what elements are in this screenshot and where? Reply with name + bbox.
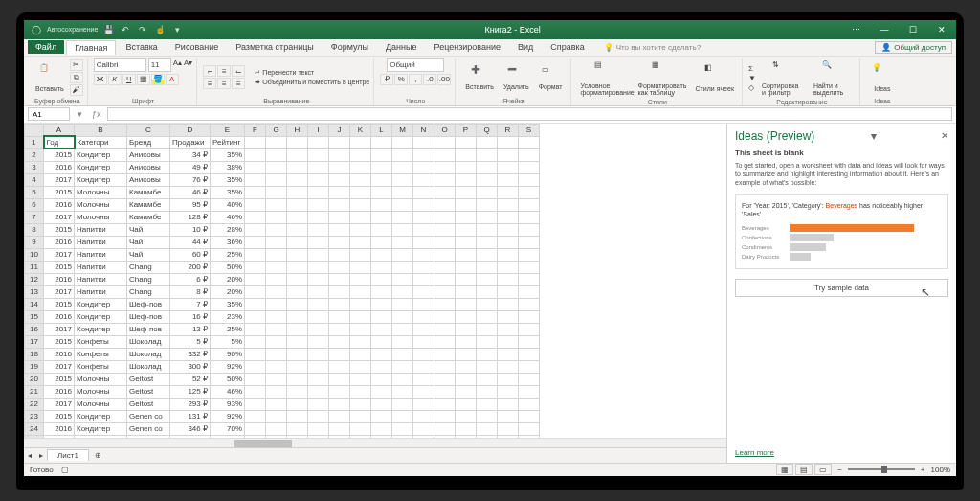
cell[interactable] <box>371 398 392 410</box>
cell[interactable] <box>498 398 519 410</box>
cell[interactable] <box>434 422 456 435</box>
cell[interactable] <box>371 273 392 285</box>
cell[interactable]: 2015 <box>44 373 75 385</box>
cell[interactable] <box>498 161 519 173</box>
cell[interactable]: Кондитер <box>75 161 127 173</box>
cell[interactable]: Шеф-пов <box>127 310 170 323</box>
cell[interactable]: 2015 <box>44 298 75 310</box>
cell[interactable] <box>266 211 287 223</box>
cell[interactable] <box>477 148 498 161</box>
column-header[interactable]: S <box>519 124 540 136</box>
cell[interactable] <box>287 385 308 398</box>
underline-button[interactable]: Ч <box>122 74 136 85</box>
cell[interactable] <box>350 360 371 373</box>
cell[interactable] <box>329 310 350 323</box>
ideas-pane-close[interactable]: ✕ <box>941 130 948 141</box>
cell[interactable] <box>287 310 308 323</box>
cell[interactable] <box>519 410 540 422</box>
ribbon-tab-справка[interactable]: Справка <box>543 40 591 54</box>
cell[interactable] <box>245 198 266 211</box>
cell[interactable] <box>392 173 413 186</box>
cell[interactable] <box>498 186 519 198</box>
cell[interactable] <box>245 373 266 385</box>
row-header[interactable]: 23 <box>25 410 44 422</box>
cell[interactable] <box>350 273 371 285</box>
clear-button[interactable]: ◇ <box>748 83 756 92</box>
column-header[interactable]: F <box>245 124 266 136</box>
cell[interactable] <box>371 173 392 186</box>
cell[interactable] <box>266 385 287 398</box>
cell[interactable] <box>308 223 329 236</box>
cell[interactable] <box>456 161 477 173</box>
cell[interactable] <box>434 348 456 360</box>
cell[interactable] <box>329 273 350 285</box>
paste-button[interactable]: 📋 Вставить <box>32 61 68 94</box>
cell[interactable] <box>350 261 371 273</box>
sort-filter-button[interactable]: ⇅Сортировка и фильтр <box>758 58 808 98</box>
cell[interactable] <box>434 161 456 173</box>
cell[interactable]: 8 ₽ <box>170 285 211 298</box>
cell[interactable] <box>413 136 434 148</box>
cell[interactable] <box>434 261 456 273</box>
cell[interactable] <box>519 298 540 310</box>
cell[interactable] <box>498 223 519 236</box>
cell[interactable] <box>413 223 434 236</box>
cell[interactable] <box>287 148 308 161</box>
cell[interactable]: 2017 <box>44 360 75 373</box>
row-header[interactable]: 14 <box>25 298 44 310</box>
cell[interactable]: 46% <box>211 385 245 398</box>
cell[interactable]: 44 ₽ <box>170 236 211 248</box>
cell[interactable] <box>308 186 329 198</box>
cell[interactable] <box>371 373 392 385</box>
cell[interactable] <box>329 161 350 173</box>
cell[interactable] <box>392 248 413 261</box>
cell[interactable] <box>266 422 287 435</box>
cell[interactable] <box>266 348 287 360</box>
cell[interactable]: Кондитер <box>75 173 127 186</box>
cell[interactable]: 36% <box>211 236 245 248</box>
conditional-formatting-button[interactable]: ▤Условное форматирование <box>577 58 633 98</box>
cell[interactable] <box>287 422 308 435</box>
column-header[interactable]: B <box>75 124 127 136</box>
cell[interactable]: 2015 <box>44 223 75 236</box>
cell[interactable] <box>434 248 456 261</box>
cell[interactable] <box>413 310 434 323</box>
cell[interactable] <box>434 310 456 323</box>
close-button[interactable]: ✕ <box>927 20 956 39</box>
row-header[interactable]: 16 <box>25 323 44 335</box>
cell[interactable]: 2017 <box>44 398 75 410</box>
cell[interactable] <box>456 173 477 186</box>
cell[interactable] <box>392 273 413 285</box>
cell[interactable]: 35% <box>211 298 245 310</box>
normal-view-button[interactable]: ▦ <box>776 464 793 475</box>
cell[interactable] <box>329 398 350 410</box>
cell[interactable]: 2017 <box>44 211 75 223</box>
cell[interactable]: Рейтинг <box>211 136 245 148</box>
cell[interactable]: Напитки <box>75 223 127 236</box>
cell[interactable] <box>477 422 498 435</box>
cell[interactable] <box>519 335 540 348</box>
cell[interactable] <box>392 211 413 223</box>
cell[interactable] <box>498 422 519 435</box>
column-header[interactable]: E <box>211 124 245 136</box>
cell[interactable]: Молочны <box>75 398 127 410</box>
font-size-combo[interactable]: 11 <box>148 58 171 72</box>
column-header[interactable]: N <box>413 124 434 136</box>
delete-cells-button[interactable]: ➖Удалить <box>500 63 533 92</box>
cell[interactable] <box>392 285 413 298</box>
cell[interactable] <box>456 323 477 335</box>
cell[interactable] <box>245 273 266 285</box>
row-header[interactable]: 8 <box>25 223 44 236</box>
cell[interactable] <box>245 223 266 236</box>
cell[interactable]: 49 ₽ <box>170 161 211 173</box>
cell[interactable]: Шеф-пов <box>127 323 170 335</box>
cell[interactable]: Кондитер <box>75 298 127 310</box>
cell[interactable] <box>287 410 308 422</box>
row-header[interactable]: 6 <box>25 198 44 211</box>
cell[interactable]: 93% <box>211 398 245 410</box>
cell[interactable] <box>434 136 456 148</box>
cell[interactable]: 2016 <box>44 273 75 285</box>
cell[interactable] <box>245 161 266 173</box>
font-name-combo[interactable]: Calibri <box>94 58 146 72</box>
cell[interactable]: 2015 <box>44 148 75 161</box>
